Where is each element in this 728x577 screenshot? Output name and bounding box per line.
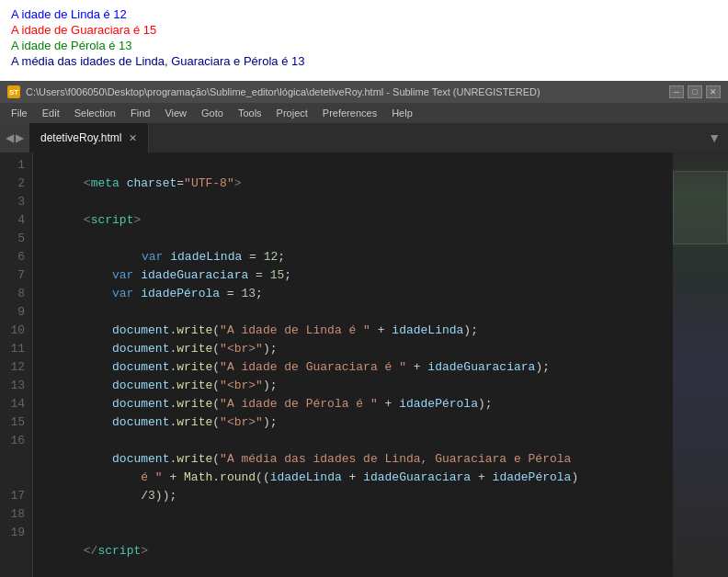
code-line-19: </script>	[40, 524, 665, 542]
line-num-16b	[7, 450, 25, 469]
browser-output: A idade de Linda é 12 A idade de Guaraci…	[0, 0, 728, 81]
close-button[interactable]: ✕	[706, 85, 721, 98]
line-num-15: 15	[7, 413, 25, 432]
menu-view[interactable]: View	[157, 106, 194, 120]
tab-detetive-roy[interactable]: detetiveRoy.html ✕	[29, 123, 149, 153]
output-line-4: A média das idades de Linda, Guaraciara …	[11, 54, 717, 68]
title-bar: ST C:\Users\f006050\Desktop\programação\…	[0, 81, 728, 103]
code-line-9: document.write("A idade de Linda é " + i…	[40, 303, 665, 322]
code-line-16a: document.write("A média das idades de Li…	[40, 432, 665, 450]
output-line-1: A idade de Linda é 12	[11, 7, 717, 21]
line-num-10: 10	[7, 322, 25, 340]
line-numbers: 1 2 3 4 5 6 7 8 9 10 11 12 13 14 15 16 1…	[0, 153, 33, 577]
menu-edit[interactable]: Edit	[35, 106, 67, 120]
line-num-8: 8	[7, 285, 25, 303]
line-num-16: 16	[7, 432, 25, 450]
line-num-16c	[7, 469, 25, 487]
tab-dropdown-icon[interactable]: ▼	[700, 130, 728, 145]
window-title: C:\Users\f006050\Desktop\programação\Sub…	[26, 86, 540, 97]
tab-label: detetiveRoy.html	[40, 131, 121, 144]
menu-bar: File Edit Selection Find View Goto Tools…	[0, 103, 728, 123]
line-num-19: 19	[7, 524, 25, 542]
output-line-3: A idade de Pérola é 13	[11, 39, 717, 52]
menu-preferences[interactable]: Preferences	[315, 106, 384, 120]
code-line-3: <script>	[40, 193, 665, 211]
line-num-1: 1	[7, 156, 25, 175]
nav-left-icon[interactable]: ◀	[6, 131, 14, 144]
line-num-13: 13	[7, 377, 25, 395]
line-num-18: 18	[7, 505, 25, 524]
menu-help[interactable]: Help	[384, 106, 420, 120]
minimap-viewport	[673, 171, 728, 244]
line-num-7: 7	[7, 266, 25, 285]
title-bar-left: ST C:\Users\f006050\Desktop\programação\…	[7, 85, 540, 98]
menu-find[interactable]: Find	[123, 106, 157, 120]
line-num-14: 14	[7, 395, 25, 413]
tab-bar: ◀ ▶ detetiveRoy.html ✕ ▼	[0, 123, 728, 153]
code-line-1: <meta charset="UTF-8">	[40, 156, 665, 175]
minimize-button[interactable]: ─	[669, 85, 684, 98]
line-num-3: 3	[7, 193, 25, 211]
menu-file[interactable]: File	[4, 106, 35, 120]
code-line-5: var idadeLinda = 12;	[40, 230, 665, 248]
minimap	[673, 153, 728, 577]
line-num-11: 11	[7, 340, 25, 358]
menu-selection[interactable]: Selection	[67, 106, 123, 120]
line-num-6: 6	[7, 248, 25, 266]
tab-close-icon[interactable]: ✕	[129, 132, 137, 144]
line-num-5: 5	[7, 230, 25, 248]
code-line-18	[40, 505, 665, 524]
line-num-2: 2	[7, 175, 25, 193]
nav-arrows[interactable]: ◀ ▶	[0, 123, 29, 153]
nav-right-icon[interactable]: ▶	[16, 131, 24, 144]
line-num-4: 4	[7, 211, 25, 230]
line-num-17: 17	[7, 487, 25, 505]
menu-project[interactable]: Project	[269, 106, 315, 120]
app-icon: ST	[7, 85, 20, 98]
line-num-9: 9	[7, 303, 25, 322]
line-num-12: 12	[7, 358, 25, 377]
code-area[interactable]: <meta charset="UTF-8"> <script> var idad…	[33, 153, 673, 577]
editor: 1 2 3 4 5 6 7 8 9 10 11 12 13 14 15 16 1…	[0, 153, 728, 577]
output-line-2: A idade de Guaraciara é 15	[11, 23, 717, 37]
menu-tools[interactable]: Tools	[231, 106, 269, 120]
window-controls[interactable]: ─ □ ✕	[669, 85, 721, 98]
maximize-button[interactable]: □	[688, 85, 702, 98]
menu-goto[interactable]: Goto	[194, 106, 231, 120]
